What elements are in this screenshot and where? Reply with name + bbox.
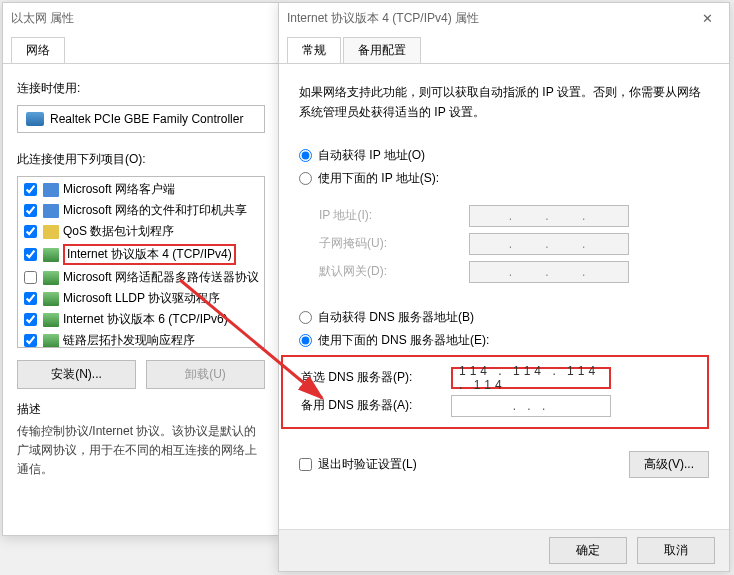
component-icon — [43, 334, 59, 348]
checkbox[interactable] — [24, 271, 37, 284]
gateway-label: 默认网关(D): — [319, 263, 469, 280]
adapter-name: Realtek PCIe GBE Family Controller — [50, 112, 243, 126]
dialog-footer: 确定 取消 — [279, 529, 729, 571]
list-item[interactable]: Internet 协议版本 6 (TCP/IPv6) — [18, 309, 264, 330]
window-title: Internet 协议版本 4 (TCP/IPv4) 属性 — [287, 10, 479, 27]
gateway-input: . . . — [469, 261, 629, 283]
checkbox[interactable] — [24, 204, 37, 217]
ipv4-highlight: Internet 协议版本 4 (TCP/IPv4) — [63, 244, 236, 265]
description-text: 传输控制协议/Internet 协议。该协议是默认的广域网协议，用于在不同的相互… — [17, 422, 265, 480]
checkbox[interactable] — [24, 292, 37, 305]
alt-dns-input[interactable]: . . . — [451, 395, 611, 417]
list-item[interactable]: 链路层拓扑发现响应程序 — [18, 330, 264, 348]
list-item[interactable]: Microsoft LLDP 协议驱动程序 — [18, 288, 264, 309]
component-icon — [43, 292, 59, 306]
window-title: 以太网 属性 — [11, 10, 74, 27]
tab-alt-config[interactable]: 备用配置 — [343, 37, 421, 63]
manual-ip-radio[interactable]: 使用下面的 IP 地址(S): — [299, 170, 709, 187]
subnet-label: 子网掩码(U): — [319, 235, 469, 252]
component-icon — [43, 204, 59, 218]
tab-row: 常规 备用配置 — [279, 33, 729, 64]
component-icon — [43, 271, 59, 285]
tab-row: 网络 — [3, 33, 279, 64]
list-item[interactable]: Microsoft 网络的文件和打印机共享 — [18, 200, 264, 221]
subnet-input: . . . — [469, 233, 629, 255]
ethernet-properties-window: 以太网 属性 网络 连接时使用: Realtek PCIe GBE Family… — [2, 2, 280, 536]
component-icon — [43, 248, 59, 262]
alt-dns-label: 备用 DNS 服务器(A): — [301, 397, 451, 414]
components-list[interactable]: Microsoft 网络客户端 Microsoft 网络的文件和打印机共享 Qo… — [17, 176, 265, 348]
auto-dns-radio[interactable]: 自动获得 DNS 服务器地址(B) — [299, 309, 709, 326]
manual-dns-radio[interactable]: 使用下面的 DNS 服务器地址(E): — [299, 332, 709, 349]
cancel-button[interactable]: 取消 — [637, 537, 715, 564]
ip-radio-group: 自动获得 IP 地址(O) 使用下面的 IP 地址(S): — [299, 147, 709, 187]
install-button[interactable]: 安装(N)... — [17, 360, 136, 389]
close-icon[interactable]: ✕ — [693, 11, 721, 26]
pref-dns-input[interactable]: 114 . 114 . 114 . 114 — [451, 367, 611, 389]
ok-button[interactable]: 确定 — [549, 537, 627, 564]
adapter-field[interactable]: Realtek PCIe GBE Family Controller — [17, 105, 265, 133]
ipv4-properties-window: Internet 协议版本 4 (TCP/IPv4) 属性 ✕ 常规 备用配置 … — [278, 2, 730, 572]
dns-highlight-box: 首选 DNS 服务器(P):114 . 114 . 114 . 114 备用 D… — [281, 355, 709, 429]
titlebar: Internet 协议版本 4 (TCP/IPv4) 属性 ✕ — [279, 3, 729, 33]
description-label: 描述 — [17, 401, 265, 418]
checkbox[interactable] — [24, 248, 37, 261]
items-label: 此连接使用下列项目(O): — [17, 151, 265, 168]
checkbox[interactable] — [24, 183, 37, 196]
uninstall-button[interactable]: 卸载(U) — [146, 360, 265, 389]
titlebar: 以太网 属性 — [3, 3, 279, 33]
tab-general[interactable]: 常规 — [287, 37, 341, 63]
pref-dns-label: 首选 DNS 服务器(P): — [301, 369, 451, 386]
list-item[interactable]: Microsoft 网络适配器多路传送器协议 — [18, 267, 264, 288]
connect-using-label: 连接时使用: — [17, 80, 265, 97]
component-icon — [43, 183, 59, 197]
checkbox[interactable] — [24, 313, 37, 326]
intro-text: 如果网络支持此功能，则可以获取自动指派的 IP 设置。否则，你需要从网络系统管理… — [299, 82, 709, 123]
component-icon — [43, 225, 59, 239]
auto-ip-radio[interactable]: 自动获得 IP 地址(O) — [299, 147, 709, 164]
ip-address-input: . . . — [469, 205, 629, 227]
advanced-button[interactable]: 高级(V)... — [629, 451, 709, 478]
validate-checkbox[interactable]: 退出时验证设置(L) — [299, 456, 417, 473]
list-item[interactable]: QoS 数据包计划程序 — [18, 221, 264, 242]
dns-radio-group: 自动获得 DNS 服务器地址(B) 使用下面的 DNS 服务器地址(E): — [299, 309, 709, 349]
ip-address-label: IP 地址(I): — [319, 207, 469, 224]
checkbox[interactable] — [24, 225, 37, 238]
list-item[interactable]: Internet 协议版本 4 (TCP/IPv4) — [18, 242, 264, 267]
adapter-icon — [26, 112, 44, 126]
component-icon — [43, 313, 59, 327]
tab-network[interactable]: 网络 — [11, 37, 65, 63]
list-item[interactable]: Microsoft 网络客户端 — [18, 179, 264, 200]
checkbox[interactable] — [24, 334, 37, 347]
